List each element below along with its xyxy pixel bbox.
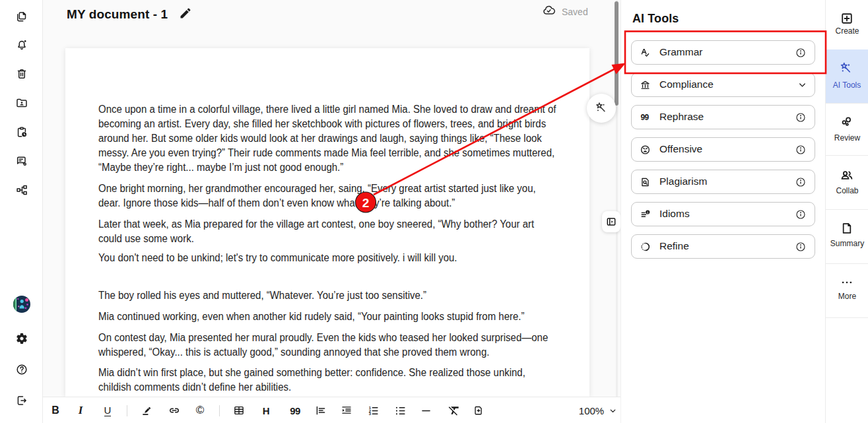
svg-text:3: 3 <box>368 412 371 416</box>
svg-text:99: 99 <box>640 113 649 122</box>
